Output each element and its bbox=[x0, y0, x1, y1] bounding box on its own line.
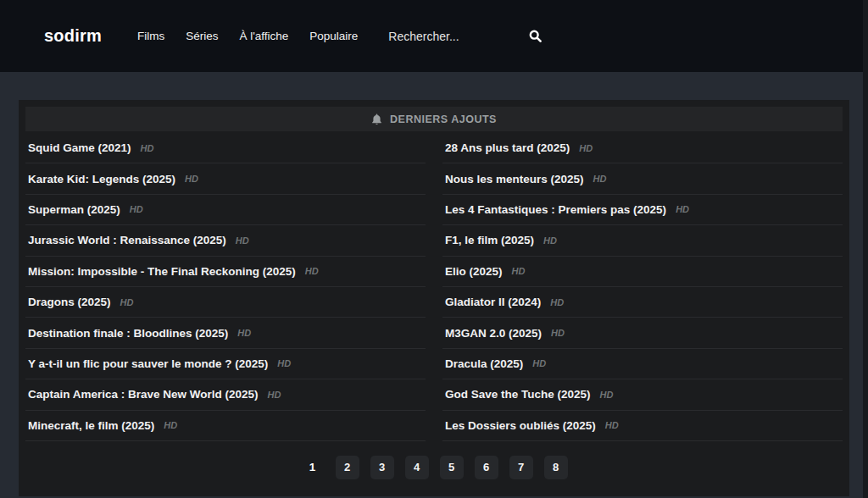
hd-badge: HD bbox=[532, 358, 546, 368]
movie-title: Nous les menteurs (2025) bbox=[445, 173, 584, 185]
movie-item[interactable]: Les 4 Fantastiques : Premiers pas (2025)… bbox=[442, 195, 843, 225]
hd-badge: HD bbox=[268, 390, 281, 400]
site-logo[interactable]: sodirm bbox=[44, 26, 102, 46]
panel-header: DERNIERS AJOUTS bbox=[25, 107, 843, 131]
page-button-6[interactable]: 6 bbox=[475, 456, 498, 479]
hd-badge: HD bbox=[551, 328, 565, 338]
movie-item[interactable]: Les Dossiers oubliés (2025)HD bbox=[442, 411, 843, 441]
movie-item[interactable]: Destination finale : Bloodlines (2025)HD bbox=[25, 318, 426, 348]
search-button[interactable] bbox=[526, 26, 545, 46]
movie-column-left: Squid Game (2021)HDKarate Kid: Legends (… bbox=[25, 133, 426, 441]
movie-title: Y a-t-il un flic pour sauver le monde ? … bbox=[28, 357, 268, 370]
movie-item[interactable]: M3GAN 2.0 (2025)HD bbox=[442, 318, 843, 348]
movie-title: Destination finale : Bloodlines (2025) bbox=[28, 327, 228, 340]
hd-badge: HD bbox=[305, 266, 319, 276]
movie-list: Squid Game (2021)HDKarate Kid: Legends (… bbox=[25, 133, 843, 441]
hd-badge: HD bbox=[605, 420, 619, 430]
movie-item[interactable]: Elio (2025)HD bbox=[442, 257, 843, 287]
movie-title: F1, le film (2025) bbox=[445, 234, 534, 246]
movie-title: Mission: Impossible - The Final Reckonin… bbox=[28, 265, 296, 278]
hd-badge: HD bbox=[120, 297, 134, 307]
hd-badge: HD bbox=[236, 235, 249, 246]
movie-title: Captain America : Brave New World (2025) bbox=[28, 388, 259, 401]
movie-item[interactable]: Karate Kid: Legends (2025)HD bbox=[25, 163, 426, 194]
movie-title: 28 Ans plus tard (2025) bbox=[445, 141, 570, 154]
movie-title: Squid Game (2021) bbox=[28, 141, 131, 154]
movie-column-right: 28 Ans plus tard (2025)HDNous les menteu… bbox=[442, 133, 843, 441]
movie-title: Jurassic World : Renaissance (2025) bbox=[28, 234, 226, 246]
hd-badge: HD bbox=[579, 143, 593, 153]
movie-item[interactable]: Minecraft, le film (2025)HD bbox=[25, 411, 426, 441]
page-button-7[interactable]: 7 bbox=[509, 456, 533, 479]
main-content: DERNIERS AJOUTS Squid Game (2021)HDKarat… bbox=[19, 100, 849, 496]
hd-badge: HD bbox=[164, 420, 177, 430]
movie-title: Minecraft, le film (2025) bbox=[28, 419, 154, 432]
bell-icon bbox=[371, 113, 382, 125]
movie-title: God Save the Tuche (2025) bbox=[445, 388, 591, 401]
movie-title: Les Dossiers oubliés (2025) bbox=[445, 419, 596, 432]
hd-badge: HD bbox=[130, 204, 143, 214]
movie-item[interactable]: Jurassic World : Renaissance (2025)HD bbox=[25, 225, 426, 256]
hd-badge: HD bbox=[141, 143, 154, 153]
search-input[interactable] bbox=[388, 30, 515, 43]
movie-title: Gladiator II (2024) bbox=[445, 296, 541, 308]
page-button-3[interactable]: 3 bbox=[370, 456, 394, 479]
pagination: 1 2345678 bbox=[25, 456, 843, 479]
page-button-2[interactable]: 2 bbox=[336, 456, 359, 479]
hd-badge: HD bbox=[550, 297, 564, 307]
movie-item[interactable]: Gladiator II (2024)HD bbox=[442, 287, 843, 318]
hd-badge: HD bbox=[543, 235, 557, 246]
movie-title: M3GAN 2.0 (2025) bbox=[445, 327, 542, 340]
navbar: sodirm FilmsSériesÀ l'affichePopulaire bbox=[0, 0, 868, 72]
search-icon bbox=[529, 30, 542, 42]
movie-item[interactable]: Nous les menteurs (2025)HD bbox=[442, 163, 843, 194]
movie-title: Karate Kid: Legends (2025) bbox=[28, 173, 175, 185]
hd-badge: HD bbox=[185, 174, 198, 184]
movie-item[interactable]: God Save the Tuche (2025)HD bbox=[442, 379, 843, 410]
nav-links: FilmsSériesÀ l'affichePopulaire bbox=[137, 30, 358, 42]
panel-title: DERNIERS AJOUTS bbox=[390, 113, 497, 125]
movie-item[interactable]: Squid Game (2021)HD bbox=[25, 133, 426, 163]
movie-item[interactable]: Y a-t-il un flic pour sauver le monde ? … bbox=[25, 349, 426, 379]
nav-link-films[interactable]: Films bbox=[137, 30, 164, 42]
hd-badge: HD bbox=[676, 204, 689, 214]
scrollbar[interactable] bbox=[863, 0, 868, 498]
movie-title: Superman (2025) bbox=[28, 203, 120, 216]
nav-link--l-affiche[interactable]: À l'affiche bbox=[239, 30, 288, 42]
movie-item[interactable]: Dragons (2025)HD bbox=[25, 287, 426, 318]
page-button-5[interactable]: 5 bbox=[440, 456, 464, 479]
movie-item[interactable]: F1, le film (2025)HD bbox=[442, 225, 843, 256]
nav-link-populaire[interactable]: Populaire bbox=[309, 30, 358, 42]
movie-item[interactable]: Superman (2025)HD bbox=[25, 195, 426, 225]
movie-item[interactable]: Dracula (2025)HD bbox=[442, 349, 843, 379]
page-button-8[interactable]: 8 bbox=[544, 456, 568, 479]
movie-title: Dragons (2025) bbox=[28, 296, 111, 308]
page-button-4[interactable]: 4 bbox=[405, 456, 429, 479]
movie-item[interactable]: 28 Ans plus tard (2025)HD bbox=[442, 133, 843, 163]
hd-badge: HD bbox=[237, 328, 251, 338]
hd-badge: HD bbox=[512, 266, 526, 276]
page-current[interactable]: 1 bbox=[301, 456, 325, 479]
hd-badge: HD bbox=[277, 358, 291, 368]
nav-link-s-ries[interactable]: Séries bbox=[186, 30, 218, 42]
hd-badge: HD bbox=[593, 174, 607, 184]
latest-additions-panel: DERNIERS AJOUTS Squid Game (2021)HDKarat… bbox=[19, 100, 849, 496]
movie-title: Elio (2025) bbox=[445, 265, 503, 278]
hd-badge: HD bbox=[600, 390, 614, 400]
movie-item[interactable]: Mission: Impossible - The Final Reckonin… bbox=[25, 257, 426, 287]
movie-title: Les 4 Fantastiques : Premiers pas (2025) bbox=[445, 203, 666, 216]
movie-item[interactable]: Captain America : Brave New World (2025)… bbox=[25, 379, 426, 410]
movie-title: Dracula (2025) bbox=[445, 357, 523, 370]
